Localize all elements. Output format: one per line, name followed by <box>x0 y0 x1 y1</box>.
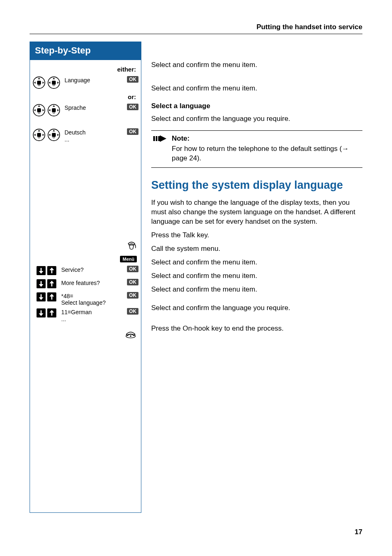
either-label: either: <box>32 64 138 75</box>
down-arrow-icon <box>36 266 46 276</box>
step-language: Language OK <box>32 75 138 89</box>
ok-button[interactable]: OK <box>127 308 138 315</box>
instruction-text: Select and confirm the language you requ… <box>151 114 362 124</box>
step-label: 11=German ... <box>60 307 121 323</box>
nav-disc-icon <box>32 104 46 117</box>
step-label: Service? <box>60 265 121 273</box>
step-label: More features? <box>60 278 121 287</box>
step-48-select-language: *48= Select language? OK <box>32 291 138 307</box>
step-label: Sprache <box>64 103 121 111</box>
instruction-text: Select and confirm the menu item. <box>151 285 362 294</box>
note-pointer-icon <box>153 134 167 163</box>
down-arrow-icon <box>36 279 46 289</box>
ok-button[interactable]: OK <box>127 104 138 110</box>
ok-button[interactable]: OK <box>127 292 138 299</box>
up-arrow-icon <box>47 292 57 302</box>
instruction-text: Select and confirm the menu item. <box>151 271 362 281</box>
down-arrow-icon <box>36 292 46 302</box>
up-arrow-icon <box>47 266 57 276</box>
instruction-text: Press the Talk key. <box>151 231 362 240</box>
section-heading: Setting the system display language <box>151 178 362 192</box>
instruction-text: Select and confirm the language you requ… <box>151 303 362 313</box>
sidebar-title: Step-by-Step <box>30 42 141 60</box>
step-by-step-panel: Step-by-Step either: Language OK or: <box>30 42 141 513</box>
ok-button[interactable]: OK <box>127 266 138 272</box>
select-language-heading: Select a language <box>151 102 362 111</box>
down-arrow-icon <box>36 308 46 318</box>
page-number: 17 <box>355 528 362 536</box>
note-title: Note: <box>172 134 361 144</box>
up-arrow-icon <box>47 279 57 289</box>
instruction-text: Call the system menu. <box>151 244 362 254</box>
ok-button[interactable]: OK <box>127 76 138 83</box>
main-content: Select and confirm the menu item. Select… <box>151 42 362 513</box>
nav-disc-icon <box>32 76 46 89</box>
instruction-text: Select and confirm the menu item. <box>151 84 362 93</box>
note-box: Note: For how to return the telephone to… <box>151 130 362 168</box>
step-11-german: 11=German ... OK <box>32 307 138 323</box>
talk-key-icon <box>126 241 137 252</box>
step-deutsch: Deutsch ... OK <box>32 127 138 143</box>
instruction-text: Select and confirm the menu item. <box>151 60 362 70</box>
or-label: or: <box>32 92 138 103</box>
on-hook-key-icon <box>125 329 137 338</box>
note-body: For how to return the telephone to the d… <box>172 144 361 163</box>
instruction-text: Press the On-hook key to end the process… <box>151 324 362 334</box>
menu-button[interactable]: Menü <box>120 256 137 262</box>
step-sprache: Sprache OK <box>32 103 138 117</box>
nav-disc-icon <box>47 76 60 89</box>
step-label: *48= Select language? <box>60 291 121 307</box>
step-service: Service? OK <box>32 265 138 277</box>
page-header: Putting the handset into service <box>30 23 362 34</box>
nav-disc-icon <box>47 128 60 141</box>
step-label: Language <box>64 75 121 84</box>
instruction-text: Select and confirm the menu item. <box>151 258 362 267</box>
step-label: Deutsch ... <box>64 127 121 143</box>
paragraph-text: If you wish to change the language of th… <box>151 198 362 227</box>
ok-button[interactable]: OK <box>127 128 138 135</box>
nav-disc-icon <box>32 128 46 141</box>
nav-disc-icon <box>47 104 60 117</box>
up-arrow-icon <box>47 308 57 318</box>
step-more-features: More features? OK <box>32 278 138 290</box>
ok-button[interactable]: OK <box>127 279 138 285</box>
